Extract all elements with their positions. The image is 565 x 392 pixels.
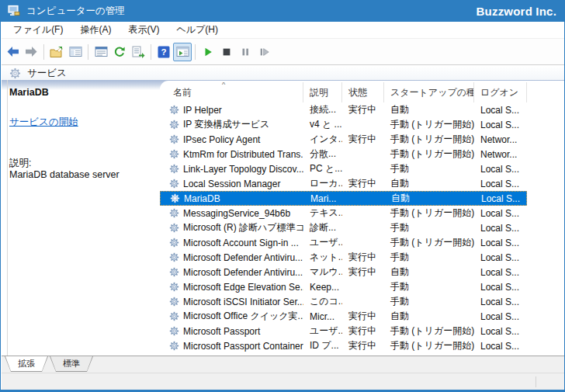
service-logon-as: Local S... xyxy=(474,341,527,352)
description-text: MariaDB database server xyxy=(9,169,120,180)
refresh-icon xyxy=(113,46,126,58)
up-folder-button[interactable] xyxy=(47,43,66,61)
menu-file[interactable]: ファイル(F) xyxy=(5,22,71,38)
service-name-cell: MariaDB xyxy=(161,193,304,204)
service-startup-type: 手動 (トリガー開始) xyxy=(384,339,474,352)
titlebar: コンピューターの管理 Buzzword Inc. xyxy=(1,0,564,22)
service-desc: 分散... xyxy=(303,147,342,161)
service-row[interactable]: Microsoft (R) 診断ハブ標準コ...診断...手動Local S..… xyxy=(160,220,527,235)
action-pane-button[interactable] xyxy=(173,43,192,61)
service-logon-as: Local S... xyxy=(474,252,527,263)
column-header-status[interactable]: 状態 xyxy=(342,82,384,102)
service-info-pane: MariaDB サービスの開始 説明: MariaDB database ser… xyxy=(9,80,157,356)
service-logon-as: Local S... xyxy=(475,193,528,204)
service-desc: 接続... xyxy=(303,103,342,116)
service-name-cell: IP Helper xyxy=(160,105,303,116)
service-desc: v4 と ... xyxy=(303,118,342,131)
service-row[interactable]: IP 変換構成サービスv4 と ...手動 (トリガー開始)Local S... xyxy=(160,117,527,132)
service-startup-type: 手動 (トリガー開始) xyxy=(384,206,474,220)
back-button[interactable] xyxy=(3,43,22,61)
service-gear-icon xyxy=(170,193,180,203)
service-logon-as: Local S... xyxy=(474,297,527,307)
column-header-desc[interactable]: 説明 xyxy=(303,82,342,102)
service-startup-type: 手動 xyxy=(384,280,474,293)
service-row[interactable]: Microsoft Defender Antiviru...マルウ...実行中自… xyxy=(160,265,527,279)
menubar: ファイル(F)操作(A)表示(V)ヘルプ(H) xyxy=(2,22,565,39)
service-name: Microsoft Passport Container xyxy=(183,341,303,352)
console-tree-icon xyxy=(69,46,82,57)
tab-extended[interactable]: 拡張 xyxy=(5,356,48,372)
properties-button[interactable] xyxy=(92,43,110,61)
pause-service-button[interactable] xyxy=(236,43,255,61)
refresh-button[interactable] xyxy=(110,43,129,61)
column-header-logon[interactable]: ログオン xyxy=(474,82,527,102)
tab-standard[interactable]: 標準 xyxy=(50,356,93,372)
service-row[interactable]: IP Helper接続...実行中自動Local S... xyxy=(160,102,527,117)
export-list-icon xyxy=(132,46,145,58)
service-name-cell: Microsoft Edge Elevation Se... xyxy=(160,282,303,293)
export-list-button[interactable] xyxy=(129,43,147,61)
forward-button[interactable] xyxy=(22,43,40,61)
console-tree-button[interactable] xyxy=(66,43,85,61)
service-desc: Keep... xyxy=(303,282,342,293)
service-row[interactable]: Microsoft Passportユーザ...実行中手動 (トリガー開始)Lo… xyxy=(160,324,527,338)
service-gear-icon xyxy=(169,149,179,159)
service-gear-icon xyxy=(169,208,179,218)
computer-management-icon xyxy=(7,4,21,18)
menu-action[interactable]: 操作(A) xyxy=(71,22,120,38)
service-row[interactable]: Microsoft Office クイック実...Micr...実行中自動Loc… xyxy=(160,309,527,324)
service-gear-icon xyxy=(169,120,179,130)
service-row[interactable]: Microsoft Defender Antiviru...ネット...実行中手… xyxy=(160,250,527,265)
window-title: コンピューターの管理 xyxy=(26,5,125,18)
service-logon-as: Local S... xyxy=(474,223,527,234)
help-icon: ? xyxy=(158,46,170,58)
service-status: 実行中 xyxy=(342,324,384,338)
start-service-icon xyxy=(203,47,213,57)
toolbar-separator xyxy=(151,44,151,60)
service-gear-icon xyxy=(169,267,179,277)
action-pane-icon xyxy=(176,46,189,57)
service-logon-as: Networ... xyxy=(474,134,527,145)
stop-service-button[interactable] xyxy=(217,43,236,61)
service-status: 実行中 xyxy=(342,310,384,323)
menu-view[interactable]: 表示(V) xyxy=(120,22,168,38)
column-header-name[interactable]: 名前^ xyxy=(160,82,303,102)
service-row[interactable]: IPsec Policy Agentインタ...実行中手動 (トリガー開始)Ne… xyxy=(160,132,527,147)
service-gear-icon xyxy=(169,105,179,115)
service-startup-type: 手動 xyxy=(384,295,474,308)
menu-help[interactable]: ヘルプ(H) xyxy=(168,22,227,38)
service-row[interactable]: Microsoft Passport ContainerID プ...実行中手動… xyxy=(160,338,527,353)
service-row[interactable]: Local Session Managerローカ...実行中自動Local S.… xyxy=(160,176,527,191)
service-name-cell: IP 変換構成サービス xyxy=(160,118,303,131)
column-header-startup[interactable]: スタートアップの種類 xyxy=(384,82,474,102)
toolbar-separator xyxy=(195,44,196,60)
service-name-cell: Microsoft iSCSI Initiator Ser... xyxy=(160,297,303,307)
toolbar-separator xyxy=(43,44,44,60)
service-row[interactable]: Link-Layer Topology Discov...PC と...手動Lo… xyxy=(160,161,527,176)
resume-service-button[interactable] xyxy=(255,43,273,61)
sort-ascending-indicator: ^ xyxy=(222,82,225,88)
service-row[interactable]: Microsoft Edge Elevation Se...Keep...手動L… xyxy=(160,279,527,294)
services-list-panel: 名前^説明状態スタートアップの種類ログオン IP Helper接続...実行中自… xyxy=(160,81,565,356)
start-service-button[interactable] xyxy=(199,43,217,61)
list-header: 名前^説明状態スタートアップの種類ログオン xyxy=(160,82,565,102)
description-label: 説明: xyxy=(9,157,31,170)
service-name: IPsec Policy Agent xyxy=(183,134,260,145)
service-name: Microsoft Passport xyxy=(183,326,260,337)
service-row[interactable]: Microsoft Account Sign-in ...ユーザ...手動 (ト… xyxy=(160,235,527,250)
service-desc: Mari... xyxy=(304,193,343,204)
service-row[interactable]: KtmRm for Distributed Trans...分散...手動 (ト… xyxy=(160,147,527,161)
service-logon-as: Local S... xyxy=(474,105,527,116)
help-button[interactable]: ? xyxy=(154,43,173,61)
start-service-link[interactable]: サービスの開始 xyxy=(9,116,78,129)
service-row[interactable]: Microsoft iSCSI Initiator Ser...このコ...手動… xyxy=(160,294,527,309)
service-name: Microsoft Defender Antiviru... xyxy=(183,267,303,278)
service-logon-as: Local S... xyxy=(474,238,527,248)
service-startup-type: 手動 xyxy=(384,221,474,234)
tab-label: 拡張 xyxy=(5,356,47,371)
service-row[interactable]: MessagingService_94b6bテキス...手動 (トリガー開始)L… xyxy=(160,206,527,220)
service-row-selected[interactable]: MariaDBMari...自動Local S... xyxy=(160,191,527,206)
service-name: IP 変換構成サービス xyxy=(183,118,269,131)
service-logon-as: Local S... xyxy=(474,326,527,337)
pause-service-icon xyxy=(240,47,251,57)
